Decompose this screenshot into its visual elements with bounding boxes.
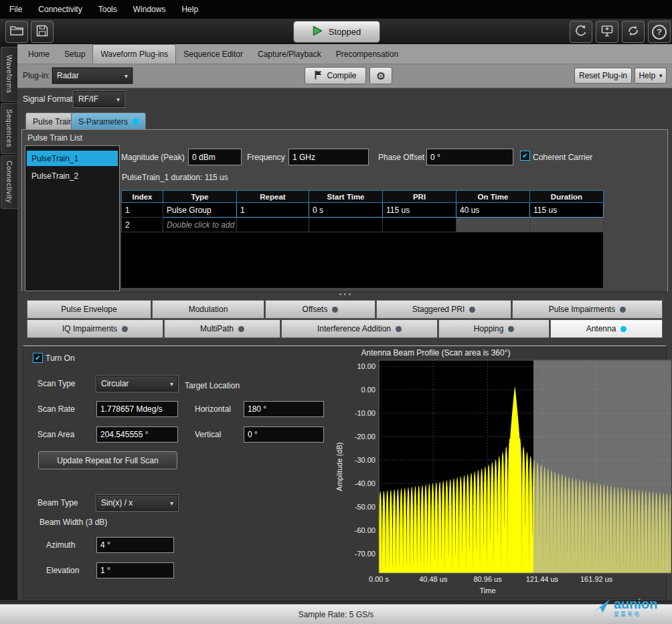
svg-text:-40.00: -40.00 xyxy=(355,479,375,487)
cell-index[interactable]: 2 xyxy=(122,218,163,232)
feature-tab-row-2: IQ Impairments MultiPath Interference Ad… xyxy=(27,319,663,338)
beam-type-select[interactable]: Sin(x) / x ▾ xyxy=(96,495,178,511)
splitter-handle[interactable] xyxy=(325,291,364,297)
cell-type[interactable]: Pulse Group xyxy=(163,203,237,218)
cell-repeat[interactable] xyxy=(237,218,309,232)
help-button[interactable]: ? xyxy=(648,21,671,43)
tab-sequence-editor[interactable]: Sequence Editor xyxy=(176,44,250,64)
save-button[interactable] xyxy=(31,21,54,43)
scan-area-label: Scan Area xyxy=(37,430,74,439)
cell-on-time xyxy=(456,218,530,232)
sidebar-tab-connectivity[interactable]: Connectivity xyxy=(1,155,17,209)
refresh-button[interactable] xyxy=(622,21,645,43)
compile-button[interactable]: Compile xyxy=(305,67,366,84)
tab-s-parameters[interactable]: S-Parameters xyxy=(71,112,146,130)
refresh-icon xyxy=(626,24,640,40)
scan-area-input[interactable] xyxy=(96,426,178,443)
open-button[interactable] xyxy=(5,21,28,43)
beam-width-label: Beam Width (3 dB) xyxy=(39,518,107,527)
tab-iq-impairments[interactable]: IQ Impairments xyxy=(27,319,163,338)
cell-pri[interactable]: 115 us xyxy=(383,203,456,218)
reset-plugin-button[interactable]: Reset Plug-in xyxy=(574,68,632,84)
cell-index[interactable]: 1 xyxy=(122,203,163,218)
cell-add-hint[interactable]: Double click to add xyxy=(163,218,237,232)
scan-rate-input[interactable] xyxy=(96,401,178,417)
tab-waveform-plugins[interactable]: Waveform Plug-ins xyxy=(92,44,176,64)
tab-setup[interactable]: Setup xyxy=(57,44,92,64)
tab-precompensation[interactable]: Precompensation xyxy=(329,44,406,64)
plugin-label: Plug-in: xyxy=(23,71,50,80)
plugin-select[interactable]: Radar ▾ xyxy=(52,68,133,84)
list-item-pulsetrain-1[interactable]: PulseTrain_1 xyxy=(27,151,118,166)
tab-pulse-envelope[interactable]: Pulse Envelope xyxy=(27,300,151,319)
tab-label: MultiPath xyxy=(200,324,234,333)
tab-label: IQ Impairments xyxy=(62,324,117,333)
sidebar-tab-sequences[interactable]: Sequences xyxy=(1,103,17,154)
sidebar-tab-waveforms[interactable]: Waveforms xyxy=(1,47,17,102)
signal-format-value: RF/IF xyxy=(78,94,98,104)
scan-type-label: Scan Type xyxy=(37,379,75,388)
tab-offsets[interactable]: Offsets xyxy=(265,300,375,319)
tab-home[interactable]: Home xyxy=(21,44,57,64)
signal-format-select[interactable]: RF/IF ▾ xyxy=(74,91,124,107)
col-pri: PRI xyxy=(383,191,456,203)
beam-type-value: Sin(x) / x xyxy=(101,498,133,508)
tab-pulse-impairments[interactable]: Pulse Impairments xyxy=(512,300,663,319)
cell-pri[interactable] xyxy=(383,218,456,232)
tab-staggered-pri[interactable]: Staggered PRI xyxy=(376,300,511,319)
tab-multipath[interactable]: MultiPath xyxy=(164,319,280,338)
horizontal-input[interactable] xyxy=(244,401,324,417)
magnitude-input[interactable] xyxy=(188,149,242,165)
menu-tools[interactable]: Tools xyxy=(98,5,117,14)
play-icon xyxy=(313,25,323,38)
signal-format-label: Signal Format xyxy=(23,94,73,104)
scan-type-select[interactable]: Circular ▾ xyxy=(96,376,178,392)
azimuth-label: Azimuth xyxy=(46,540,75,550)
toolbar: Stopped ? xyxy=(0,19,672,44)
cell-start-time[interactable] xyxy=(309,218,383,232)
menu-bar: File Connectivity Tools Windows Help xyxy=(0,0,672,19)
help-icon: ? xyxy=(652,25,667,40)
main-tab-bar: Home Setup Waveform Plug-ins Sequence Ed… xyxy=(17,44,672,64)
cell-repeat[interactable]: 1 xyxy=(237,203,309,218)
coherent-carrier-checkbox[interactable]: ✔ xyxy=(520,151,530,161)
elevation-label: Elevation xyxy=(46,566,79,575)
tab-modulation[interactable]: Modulation xyxy=(152,300,264,319)
cell-on-time[interactable]: 40 us xyxy=(456,203,530,218)
run-state-button[interactable]: Stopped xyxy=(293,21,380,43)
tab-antenna[interactable]: Antenna xyxy=(550,319,663,338)
svg-text:-70.00: -70.00 xyxy=(355,550,375,558)
frequency-input[interactable] xyxy=(288,149,369,165)
tab-interference-addition[interactable]: Interference Addition xyxy=(281,319,438,338)
plugin-help-label: Help xyxy=(639,71,655,80)
tab-hopping[interactable]: Hopping xyxy=(438,319,550,338)
tab-capture-playback[interactable]: Capture/Playback xyxy=(250,44,329,64)
azimuth-input[interactable] xyxy=(96,537,174,553)
cell-duration[interactable]: 115 us xyxy=(530,203,604,218)
turn-on-label: Turn On xyxy=(46,354,75,363)
turn-on-checkbox[interactable]: ✔ xyxy=(33,353,43,363)
send-to-instrument-button[interactable] xyxy=(596,21,618,43)
reset-plugin-label: Reset Plug-in xyxy=(579,71,627,80)
plugin-help-button[interactable]: Help ▾ xyxy=(635,68,667,84)
tab-label: Hopping xyxy=(474,324,504,333)
col-index: Index xyxy=(122,191,163,203)
menu-file[interactable]: File xyxy=(9,5,22,14)
phase-offset-label: Phase Offset xyxy=(378,153,424,162)
menu-windows[interactable]: Windows xyxy=(133,5,166,14)
menu-help[interactable]: Help xyxy=(181,5,198,14)
update-repeat-button[interactable]: Update Repeat for Full Scan xyxy=(38,451,177,469)
compile-settings-button[interactable]: ⚙ xyxy=(369,67,392,84)
cell-start-time[interactable]: 0 s xyxy=(309,203,383,218)
compile-icon xyxy=(314,70,323,82)
cell-duration xyxy=(530,218,604,232)
menu-connectivity[interactable]: Connectivity xyxy=(38,5,82,14)
list-item-pulsetrain-2[interactable]: PulseTrain_2 xyxy=(27,168,118,183)
tab-label: Interference Addition xyxy=(317,324,391,333)
phase-offset-input[interactable] xyxy=(426,149,513,165)
col-on-time: On Time xyxy=(456,191,530,203)
elevation-input[interactable] xyxy=(96,562,174,578)
restart-button[interactable] xyxy=(570,21,592,43)
svg-text:10.00: 10.00 xyxy=(357,362,375,370)
vertical-input[interactable] xyxy=(244,426,324,443)
